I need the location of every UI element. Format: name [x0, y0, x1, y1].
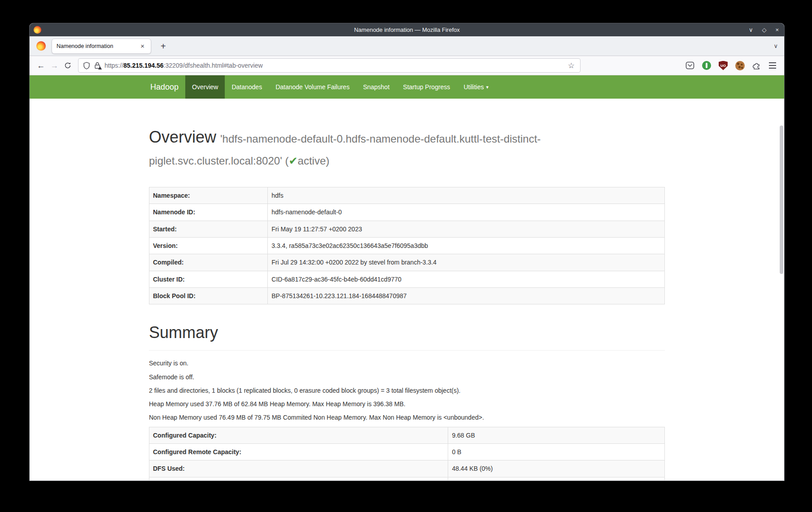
firefox-view-icon[interactable]: [36, 41, 46, 51]
row-label: Namespace:: [149, 187, 268, 204]
window-title: Namenode information — Mozilla Firefox: [30, 26, 784, 33]
row-value: hdfs-namenode-default-0: [268, 204, 665, 221]
tracking-shield-icon[interactable]: [83, 62, 90, 69]
table-row: Namespace:hdfs: [149, 187, 665, 204]
row-value: BP-875134261-10.223.121.184-168448847098…: [268, 287, 665, 304]
maximize-icon[interactable]: ◇: [762, 27, 766, 33]
row-value: Fri May 19 11:27:57 +0200 2023: [268, 221, 665, 237]
new-tab-button[interactable]: +: [158, 41, 169, 52]
utilities-label: Utilities: [463, 83, 484, 91]
table-row: Version:3.3.4, ra585a73c3e02ac62350c1366…: [149, 238, 665, 254]
browser-window: Namenode information — Mozilla Firefox ∨…: [30, 23, 784, 481]
extensions-puzzle-icon[interactable]: [752, 61, 761, 70]
nav-item-overview[interactable]: Overview: [185, 75, 225, 99]
table-row: Namenode ID:hdfs-namenode-default-0: [149, 204, 665, 221]
lock-icon[interactable]: [94, 62, 100, 69]
row-value: hdfs: [268, 187, 665, 204]
row-label: Non DFS Used:: [149, 477, 448, 480]
summary-line-safemode: Safemode is off.: [149, 373, 665, 382]
menu-icon[interactable]: [769, 62, 776, 69]
active-check-icon: ✔: [288, 155, 297, 167]
row-label: DFS Used:: [149, 460, 448, 477]
summary-heading: Summary: [149, 323, 665, 342]
window-titlebar: Namenode information — Mozilla Firefox ∨…: [30, 23, 784, 36]
toolbar-extensions: UO: [685, 61, 780, 70]
row-label: Configured Remote Capacity:: [149, 444, 448, 460]
url-scheme: https://: [105, 62, 123, 69]
url-host: 85.215.194.56: [123, 62, 164, 69]
nav-item-startup-progress[interactable]: Startup Progress: [396, 75, 457, 99]
summary-line-objects: 2 files and directories, 1 blocks (1 rep…: [149, 386, 665, 395]
url-text: https://85.215.194.56:32209/dfshealth.ht…: [105, 62, 263, 69]
ublock-shield-icon[interactable]: UO: [719, 61, 728, 70]
tab-close-icon[interactable]: ×: [139, 42, 146, 50]
table-row: Started:Fri May 19 11:27:57 +0200 2023: [149, 221, 665, 237]
privacy-extension-icon[interactable]: [702, 61, 711, 70]
capacity-table: Configured Capacity:9.68 GB Configured R…: [149, 427, 665, 480]
row-value: 0 B: [448, 444, 665, 460]
page-title: Overview'hdfs-namenode-default-0.hdfs-na…: [149, 126, 665, 170]
summary-line-security: Security is on.: [149, 359, 665, 368]
window-controls: ∨ ◇ ×: [749, 23, 779, 36]
nav-item-datanode-volume-failures[interactable]: Datanode Volume Failures: [269, 75, 356, 99]
row-label: Namenode ID:: [149, 204, 268, 221]
navigation-toolbar: ← → https://85.215.194.56:32209/dfshe: [30, 56, 784, 75]
back-button[interactable]: ←: [34, 61, 48, 69]
hadoop-navbar: Hadoop Overview Datanodes Datanode Volum…: [30, 75, 784, 99]
status-badge: active: [298, 155, 326, 167]
nav-item-datanodes[interactable]: Datanodes: [225, 75, 269, 99]
table-row: Compiled:Fri Jul 29 14:32:00 +0200 2022 …: [149, 254, 665, 271]
row-value: CID-6a817c29-ac36-45fc-b4eb-60dd41cd9770: [268, 271, 665, 287]
row-label: Compiled:: [149, 254, 268, 271]
summary-line-heap: Heap Memory used 37.76 MB of 62.84 MB He…: [149, 399, 665, 408]
url-path: :32209/dfshealth.html#tab-overview: [164, 62, 263, 69]
tab-title: Namenode information: [57, 43, 113, 49]
page-content: Overview'hdfs-namenode-default-0.hdfs-na…: [30, 99, 784, 480]
firefox-icon: [34, 26, 41, 34]
table-row: Cluster ID:CID-6a817c29-ac36-45fc-b4eb-6…: [149, 271, 665, 287]
forward-button[interactable]: →: [48, 61, 61, 69]
overview-heading: Overview: [149, 128, 216, 146]
pocket-icon[interactable]: [685, 61, 694, 70]
certificate-warning-icon: [98, 66, 102, 69]
table-row: Non DFS Used:119.56 KB: [149, 477, 665, 480]
table-row: Configured Capacity:9.68 GB: [149, 427, 665, 443]
row-label: Configured Capacity:: [149, 427, 448, 443]
table-row: Configured Remote Capacity:0 B: [149, 444, 665, 460]
row-label: Started:: [149, 221, 268, 237]
namenode-info-table: Namespace:hdfs Namenode ID:hdfs-namenode…: [149, 187, 665, 304]
nav-item-snapshot[interactable]: Snapshot: [356, 75, 396, 99]
minimize-icon[interactable]: ∨: [749, 27, 753, 33]
bookmark-star-icon[interactable]: ☆: [567, 61, 576, 70]
navbar-brand-hadoop[interactable]: Hadoop: [144, 75, 185, 99]
row-label: Version:: [149, 238, 268, 254]
row-label: Cluster ID:: [149, 271, 268, 287]
page-scrollbar[interactable]: [780, 126, 783, 274]
cookie-extension-icon[interactable]: [735, 61, 745, 70]
table-row: DFS Used:48.44 KB (0%): [149, 460, 665, 477]
row-value: 3.3.4, ra585a73c3e02ac62350c136643a5e7f6…: [268, 238, 665, 254]
tab-bar: Namenode information × + ∨: [30, 36, 784, 56]
row-value: Fri Jul 29 14:32:00 +0200 2022 by stevel…: [268, 254, 665, 271]
nav-item-utilities[interactable]: Utilities ▾: [457, 75, 495, 99]
chevron-down-icon: ▾: [486, 84, 489, 90]
reload-button[interactable]: [61, 62, 74, 69]
row-value: 9.68 GB: [448, 427, 665, 443]
row-value: 48.44 KB (0%): [448, 460, 665, 477]
list-tabs-chevron-icon[interactable]: ∨: [773, 43, 778, 49]
tab-namenode-information[interactable]: Namenode information ×: [52, 39, 151, 54]
reload-icon: [64, 62, 71, 69]
url-bar[interactable]: https://85.215.194.56:32209/dfshealth.ht…: [78, 58, 581, 73]
close-icon[interactable]: ×: [775, 27, 779, 33]
summary-divider: [149, 350, 665, 351]
row-label: Block Pool ID:: [149, 287, 268, 304]
summary-line-nonheap: Non Heap Memory used 76.49 MB of 79.75 M…: [149, 413, 665, 422]
table-row: Block Pool ID:BP-875134261-10.223.121.18…: [149, 287, 665, 304]
row-value: 119.56 KB: [448, 477, 665, 480]
